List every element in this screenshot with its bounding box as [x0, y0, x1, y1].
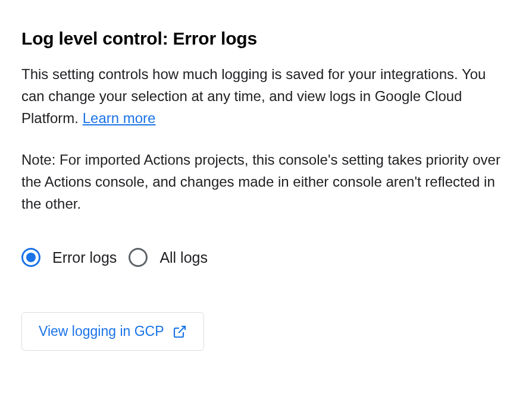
radio-label-error-logs: Error logs [52, 249, 117, 266]
page-heading: Log level control: Error logs [21, 29, 511, 49]
radio-option-all-logs[interactable]: All logs [129, 248, 208, 267]
description-text: This setting controls how much logging i… [21, 63, 497, 130]
log-level-radio-group: Error logs All logs [21, 248, 511, 267]
learn-more-link[interactable]: Learn more [83, 110, 156, 126]
radio-icon [21, 248, 40, 267]
radio-option-error-logs[interactable]: Error logs [21, 248, 117, 267]
radio-icon [129, 248, 148, 267]
external-link-icon [173, 325, 187, 339]
view-logging-button-label: View logging in GCP [39, 323, 164, 339]
radio-label-all-logs: All logs [159, 249, 208, 266]
svg-line-0 [179, 326, 185, 333]
view-logging-in-gcp-button[interactable]: View logging in GCP [21, 312, 204, 351]
note-text: Note: For imported Actions projects, thi… [21, 149, 509, 215]
radio-inner-dot [26, 253, 36, 262]
